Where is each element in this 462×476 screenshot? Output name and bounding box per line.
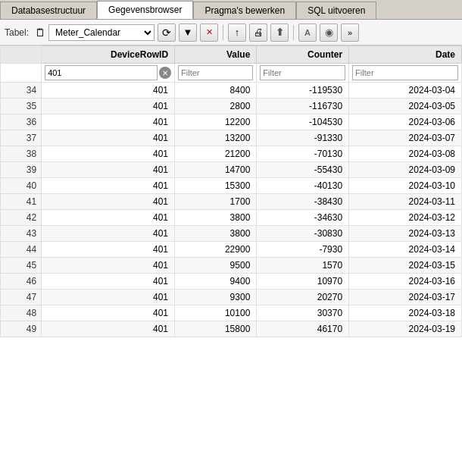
cell-counter: -91330: [257, 130, 349, 146]
table-row[interactable]: 344018400-1195302024-03-04: [1, 83, 462, 99]
cell-counter: 30370: [257, 305, 349, 321]
filter-devicerowid-input[interactable]: [45, 65, 158, 80]
cell-devicerowid: 401: [42, 290, 175, 305]
cell-counter: -70130: [257, 146, 349, 162]
cell-devicerowid: 401: [42, 83, 175, 99]
header-value[interactable]: Value: [175, 46, 257, 64]
filter-clear-button[interactable]: ✕: [200, 23, 218, 42]
refresh-button[interactable]: [158, 23, 176, 42]
table-row[interactable]: 474019300202702024-03-17: [1, 290, 462, 305]
cell-date: 2024-03-18: [349, 305, 462, 321]
blob-button[interactable]: ◉: [320, 23, 338, 42]
table-row[interactable]: 414011700-384302024-03-11: [1, 194, 462, 210]
tab-data-browser[interactable]: Gegevensbrowser: [97, 1, 193, 19]
filter-devicerowid-cell: ✕: [42, 64, 175, 83]
cell-date: 2024-03-09: [349, 162, 462, 178]
cell-counter: -55430: [257, 162, 349, 178]
header-counter[interactable]: Counter: [257, 46, 349, 64]
filter-date-input[interactable]: [352, 65, 458, 80]
header-rownum: [1, 46, 42, 64]
cell-devicerowid: 401: [42, 258, 175, 274]
export-icon: ↑: [235, 27, 240, 38]
cell-devicerowid: 401: [42, 178, 175, 194]
cell-rownum: 40: [1, 178, 42, 194]
cell-rownum: 38: [1, 146, 42, 162]
cell-value: 13200: [175, 130, 257, 146]
filter-icon: ▼: [183, 27, 193, 38]
table-row[interactable]: 3740113200-913302024-03-07: [1, 130, 462, 146]
cell-date: 2024-03-08: [349, 146, 462, 162]
table-select[interactable]: Meter_Calendar: [48, 24, 155, 41]
cell-rownum: 49: [1, 321, 42, 337]
table-row[interactable]: 424013800-346302024-03-12: [1, 210, 462, 226]
filter-value-input[interactable]: [178, 65, 253, 80]
more-icon: »: [348, 28, 352, 37]
cell-devicerowid: 401: [42, 210, 175, 226]
cell-counter: -40130: [257, 178, 349, 194]
cell-date: 2024-03-14: [349, 242, 462, 258]
cell-date: 2024-03-11: [349, 194, 462, 210]
cell-counter: 10970: [257, 274, 349, 290]
print-button[interactable]: ⬆: [270, 23, 289, 42]
header-devicerowid[interactable]: DeviceRowID: [42, 46, 175, 64]
cell-devicerowid: 401: [42, 242, 175, 258]
text-icon: A: [304, 28, 311, 37]
filter-counter-input[interactable]: [260, 65, 345, 80]
cell-rownum: 39: [1, 162, 42, 178]
table-row[interactable]: 4840110100303702024-03-18: [1, 305, 462, 321]
text-button[interactable]: A: [298, 23, 317, 42]
filter-devicerowid-wrapper: ✕: [45, 65, 171, 80]
table-row[interactable]: 4940115800461702024-03-19: [1, 321, 462, 337]
header-date[interactable]: Date: [349, 46, 462, 64]
refresh-icon: [162, 27, 171, 39]
cell-devicerowid: 401: [42, 99, 175, 114]
more-button[interactable]: »: [341, 23, 359, 42]
table-row[interactable]: 4440122900-79302024-03-14: [1, 242, 462, 258]
filter-date-cell: [349, 64, 462, 83]
cell-value: 3800: [175, 210, 257, 226]
tab-edit-pragmas[interactable]: Pragma's bewerken: [193, 2, 296, 19]
blob-icon: ◉: [325, 27, 333, 38]
cell-rownum: 43: [1, 226, 42, 242]
tab-db-structure[interactable]: Databasestructuur: [0, 2, 97, 19]
filter-row: ✕: [1, 64, 462, 83]
table-row[interactable]: 434013800-308302024-03-13: [1, 226, 462, 242]
cell-counter: -38430: [257, 194, 349, 210]
cell-value: 1700: [175, 194, 257, 210]
filter-button[interactable]: ▼: [179, 23, 197, 42]
export-button[interactable]: ↑: [228, 23, 246, 42]
tab-run-sql[interactable]: SQL uitvoeren: [296, 2, 376, 19]
cell-value: 22900: [175, 242, 257, 258]
cell-date: 2024-03-06: [349, 114, 462, 130]
filter-rownum-cell: [1, 64, 42, 83]
table-row[interactable]: 3640112200-1045302024-03-06: [1, 114, 462, 130]
tab-db-structure-label: Databasestructuur: [11, 5, 86, 16]
cell-rownum: 34: [1, 83, 42, 99]
table-row[interactable]: 4040115300-401302024-03-10: [1, 178, 462, 194]
cell-value: 3800: [175, 226, 257, 242]
cell-counter: -34630: [257, 210, 349, 226]
filter-counter-cell: [257, 64, 349, 83]
cell-value: 21200: [175, 146, 257, 162]
cell-date: 2024-03-15: [349, 258, 462, 274]
cell-value: 9500: [175, 258, 257, 274]
cell-counter: -104530: [257, 114, 349, 130]
table-row[interactable]: 3840121200-701302024-03-08: [1, 146, 462, 162]
table-label: Tabel:: [5, 27, 29, 38]
filter-devicerowid-clear-button[interactable]: ✕: [159, 67, 171, 79]
cell-rownum: 37: [1, 130, 42, 146]
tab-edit-pragmas-label: Pragma's bewerken: [204, 5, 285, 16]
table-row[interactable]: 45401950015702024-03-15: [1, 258, 462, 274]
table-row[interactable]: 354012800-1167302024-03-05: [1, 99, 462, 114]
table-row[interactable]: 3940114700-554302024-03-09: [1, 162, 462, 178]
cell-value: 9300: [175, 290, 257, 305]
cell-rownum: 44: [1, 242, 42, 258]
cell-counter: -119530: [257, 83, 349, 99]
cell-devicerowid: 401: [42, 274, 175, 290]
cell-devicerowid: 401: [42, 130, 175, 146]
cell-rownum: 48: [1, 305, 42, 321]
import-button[interactable]: 🖨: [249, 23, 267, 42]
table-row[interactable]: 464019400109702024-03-16: [1, 274, 462, 290]
separator-2: [293, 25, 294, 40]
cell-value: 10100: [175, 305, 257, 321]
